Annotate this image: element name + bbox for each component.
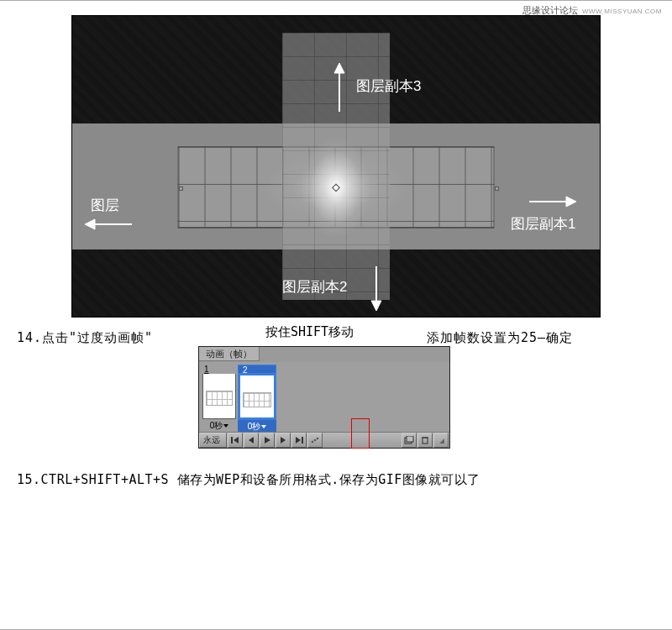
figure-caption: 按住SHIFT移动 bbox=[265, 324, 354, 340]
animation-frames-area: 1 0秒 2 0秒 bbox=[199, 362, 449, 432]
frame-1-thumb bbox=[202, 374, 236, 419]
svg-point-16 bbox=[314, 439, 317, 442]
arrow-down-icon bbox=[368, 265, 385, 311]
svg-marker-3 bbox=[371, 301, 381, 311]
frame-2-thumb bbox=[238, 373, 276, 420]
panel-resize-handle[interactable] bbox=[433, 433, 449, 448]
arrow-right-icon bbox=[528, 193, 576, 210]
step-14-left: 14.点击"过度动画帧" bbox=[17, 330, 153, 346]
transform-handle-left bbox=[179, 186, 183, 191]
svg-marker-5 bbox=[85, 219, 95, 229]
tutorial-figure: 图层副本3 图层副本2 图层 图层副本1 bbox=[71, 15, 601, 318]
svg-point-15 bbox=[312, 441, 314, 444]
play-button[interactable] bbox=[260, 433, 275, 448]
animation-panel: 动画（帧） 1 0秒 2 0秒 永远 bbox=[198, 346, 450, 449]
loop-dropdown[interactable]: 永远 bbox=[199, 433, 227, 448]
next-frame-button[interactable] bbox=[276, 433, 291, 448]
svg-rect-14 bbox=[302, 437, 303, 444]
svg-rect-19 bbox=[407, 436, 413, 442]
svg-rect-20 bbox=[423, 438, 428, 444]
prev-frame-button[interactable] bbox=[244, 433, 259, 448]
svg-marker-13 bbox=[296, 437, 301, 444]
frame-2[interactable]: 2 0秒 bbox=[240, 365, 274, 433]
last-frame-button[interactable] bbox=[291, 433, 307, 448]
watermark-url: WWW.MISSYUAN.COM bbox=[582, 8, 662, 15]
svg-point-17 bbox=[317, 438, 319, 440]
svg-rect-8 bbox=[231, 437, 233, 444]
svg-marker-1 bbox=[334, 63, 344, 73]
frame-1-time[interactable]: 0秒 bbox=[202, 419, 236, 433]
transform-handle-right bbox=[495, 186, 499, 191]
tween-button[interactable] bbox=[307, 433, 323, 448]
label-layer-copy-1: 图层副本1 bbox=[511, 214, 575, 234]
first-frame-button[interactable] bbox=[228, 433, 243, 448]
animation-tab[interactable]: 动画（帧） bbox=[199, 347, 260, 361]
step-14-right: 添加帧数设置为25—确定 bbox=[427, 330, 573, 346]
svg-marker-9 bbox=[234, 437, 239, 444]
label-layer-copy-3: 图层副本3 bbox=[356, 76, 421, 96]
svg-marker-11 bbox=[265, 437, 270, 444]
arrow-left-icon bbox=[85, 216, 134, 233]
arrow-up-icon bbox=[331, 63, 348, 113]
svg-marker-22 bbox=[439, 438, 444, 444]
new-frame-button[interactable] bbox=[402, 433, 417, 448]
delete-frame-button[interactable] bbox=[417, 433, 433, 448]
step-15-text: 15.CTRL+SHIFT+ALT+S 储存为WEP和设备所用格式.保存为GIF… bbox=[17, 472, 480, 488]
animation-footer: 永远 bbox=[199, 432, 449, 448]
label-layer-copy-2: 图层副本2 bbox=[282, 277, 347, 297]
frame-1-index: 1 bbox=[202, 365, 236, 374]
frame-1[interactable]: 1 0秒 bbox=[202, 365, 236, 433]
svg-marker-12 bbox=[281, 437, 286, 444]
tween-highlight-box bbox=[351, 418, 370, 449]
label-layer: 图层 bbox=[91, 196, 119, 215]
watermark-site: 思缘设计论坛 bbox=[522, 5, 578, 15]
svg-marker-7 bbox=[566, 197, 576, 207]
svg-marker-10 bbox=[249, 437, 254, 444]
